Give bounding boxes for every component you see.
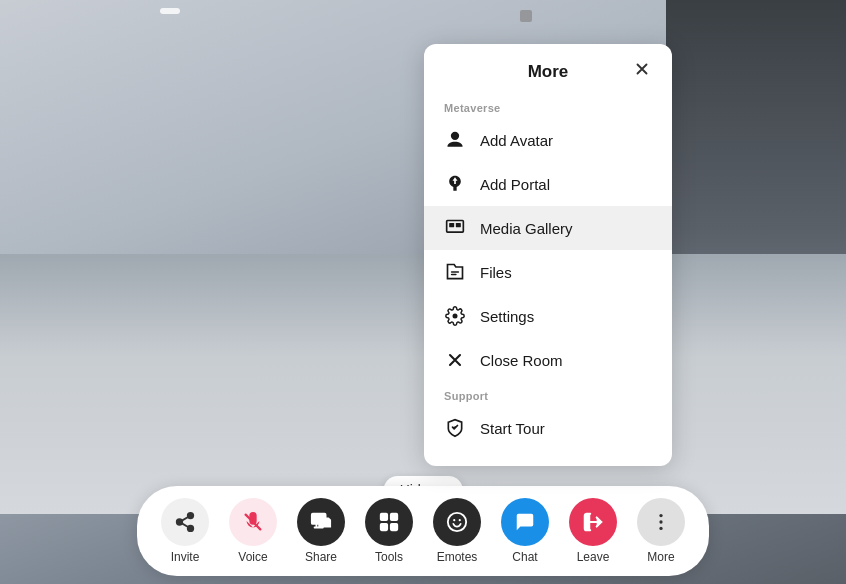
chat-button[interactable] <box>501 498 549 546</box>
toolbar: Invite Voice Share Tool <box>137 486 709 576</box>
settings-icon <box>444 305 466 327</box>
toolbar-label-more: More <box>647 550 674 564</box>
toolbar-item-chat[interactable]: Chat <box>493 494 557 568</box>
menu-label-files: Files <box>480 264 512 281</box>
svg-rect-1 <box>449 223 454 227</box>
svg-rect-0 <box>447 221 464 233</box>
menu-label-add-portal: Add Portal <box>480 176 550 193</box>
scene-floor <box>0 254 846 514</box>
more-panel-header: More <box>424 44 672 94</box>
toolbar-label-chat: Chat <box>512 550 537 564</box>
voice-button[interactable] <box>229 498 277 546</box>
menu-label-media-gallery: Media Gallery <box>480 220 573 237</box>
menu-item-settings[interactable]: Settings <box>424 294 672 338</box>
svg-point-13 <box>448 513 466 531</box>
svg-rect-7 <box>381 514 387 520</box>
toolbar-item-voice[interactable]: Voice <box>221 494 285 568</box>
menu-label-add-avatar: Add Avatar <box>480 132 553 149</box>
svg-rect-9 <box>381 524 387 530</box>
more-panel-title: More <box>528 62 569 82</box>
toolbar-item-emotes[interactable]: Emotes <box>425 494 489 568</box>
tour-icon <box>444 417 466 439</box>
files-icon <box>444 261 466 283</box>
scene-dot <box>520 10 532 22</box>
svg-rect-2 <box>456 223 461 227</box>
toolbar-item-leave[interactable]: Leave <box>561 494 625 568</box>
toolbar-item-more[interactable]: More <box>629 494 693 568</box>
toolbar-item-share[interactable]: Share <box>289 494 353 568</box>
svg-point-15 <box>459 519 461 521</box>
menu-item-files[interactable]: Files <box>424 250 672 294</box>
menu-label-start-tour: Start Tour <box>480 420 545 437</box>
menu-label-close-room: Close Room <box>480 352 563 369</box>
toolbar-label-voice: Voice <box>238 550 267 564</box>
svg-rect-8 <box>391 514 397 520</box>
share-button[interactable] <box>297 498 345 546</box>
menu-label-settings: Settings <box>480 308 534 325</box>
more-panel-close-button[interactable] <box>628 55 656 83</box>
toolbar-label-invite: Invite <box>171 550 200 564</box>
emotes-button[interactable] <box>433 498 481 546</box>
svg-point-18 <box>659 520 662 523</box>
close-room-icon <box>444 349 466 371</box>
section-support-label: Support <box>424 382 672 406</box>
menu-item-add-avatar[interactable]: Add Avatar <box>424 118 672 162</box>
menu-item-add-portal[interactable]: Add Portal <box>424 162 672 206</box>
tools-button[interactable] <box>365 498 413 546</box>
avatar-icon <box>444 129 466 151</box>
toolbar-item-invite[interactable]: Invite <box>153 494 217 568</box>
svg-point-14 <box>453 519 455 521</box>
menu-item-media-gallery[interactable]: Media Gallery <box>424 206 672 250</box>
svg-point-19 <box>659 527 662 530</box>
menu-item-start-tour[interactable]: Start Tour <box>424 406 672 450</box>
invite-button[interactable] <box>161 498 209 546</box>
svg-point-17 <box>659 514 662 517</box>
toolbar-label-emotes: Emotes <box>437 550 478 564</box>
portal-icon <box>444 173 466 195</box>
section-metaverse-label: Metaverse <box>424 94 672 118</box>
toolbar-label-tools: Tools <box>375 550 403 564</box>
top-widget <box>160 8 180 14</box>
toolbar-label-share: Share <box>305 550 337 564</box>
more-button[interactable] <box>637 498 685 546</box>
toolbar-label-leave: Leave <box>577 550 610 564</box>
menu-item-close-room[interactable]: Close Room <box>424 338 672 382</box>
toolbar-item-tools[interactable]: Tools <box>357 494 421 568</box>
more-panel: More Metaverse Add Avatar Add Portal Med… <box>424 44 672 466</box>
leave-button[interactable] <box>569 498 617 546</box>
media-gallery-icon <box>444 217 466 239</box>
